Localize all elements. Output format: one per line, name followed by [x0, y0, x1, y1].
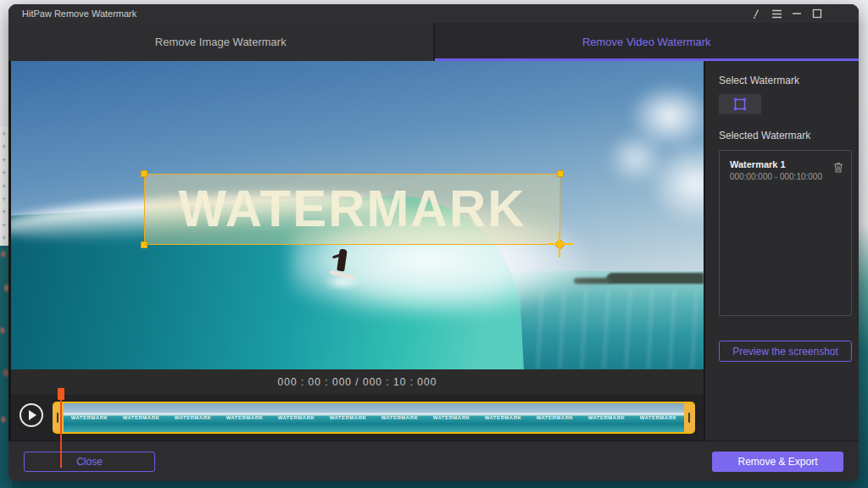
watermark-text: WATERMARK	[178, 183, 526, 235]
thumb-watermark-label: WATERMARK	[485, 415, 522, 420]
filmstrip-thumb[interactable]: WATERMARK	[581, 403, 632, 432]
selection-crosshair	[559, 232, 560, 258]
trim-handle-right[interactable]	[684, 403, 695, 432]
trash-icon[interactable]	[832, 161, 844, 174]
filmstrip-thumb[interactable]: WATERMARK	[632, 403, 684, 432]
filmstrip-thumb[interactable]: WATERMARK	[529, 403, 581, 432]
timecode-display: 000 : 00 : 000 / 000 : 10 : 000	[278, 376, 437, 388]
thumb-watermark-label: WATERMARK	[278, 415, 315, 420]
selection-handle-top-right[interactable]	[557, 170, 564, 177]
video-surfer	[326, 246, 360, 297]
app-window: HitPaw Remove Watermark Remove Image Wat…	[8, 4, 859, 481]
filmstrip[interactable]: WATERMARKWATERMARKWATERMARKWATERMARKWATE…	[53, 402, 695, 434]
thumb-watermark-label: WATERMARK	[381, 415, 419, 420]
transport-area: 000 : 00 : 000 / 000 : 10 : 000 WATERMAR…	[11, 369, 704, 441]
filmstrip-thumb[interactable]: WATERMARK	[322, 403, 374, 432]
tab-label: Remove Image Watermark	[155, 36, 287, 48]
thumb-watermark-label: WATERMARK	[537, 415, 574, 420]
timecode-bar: 000 : 00 : 000 / 000 : 10 : 000	[11, 369, 704, 395]
tab-label: Remove Video Watermark	[582, 36, 711, 48]
thumb-watermark-label: WATERMARK	[640, 415, 677, 420]
minimize-icon[interactable]	[791, 8, 803, 19]
titlebar-controls	[750, 8, 823, 19]
maximize-icon[interactable]	[811, 8, 823, 19]
select-watermark-label: Select Watermark	[719, 75, 850, 86]
selected-watermark-label: Selected Watermark	[719, 130, 850, 141]
trim-handle-left[interactable]	[53, 403, 64, 432]
filmstrip-thumb[interactable]: WATERMARK	[167, 403, 219, 432]
thumb-watermark-label: WATERMARK	[330, 415, 367, 420]
menu-icon[interactable]	[771, 8, 782, 19]
thumb-watermark-label: WATERMARK	[71, 415, 108, 420]
play-button[interactable]	[19, 403, 43, 427]
watermark-selection-box[interactable]: WATERMARK	[144, 174, 560, 245]
filmstrip-thumb[interactable]: WATERMARK	[115, 403, 167, 432]
filmstrip-thumb[interactable]: WATERMARK	[426, 403, 477, 432]
tab-remove-video-watermark[interactable]: Remove Video Watermark	[435, 23, 860, 61]
plus-mark: +	[2, 183, 8, 191]
play-icon	[29, 410, 36, 420]
tab-remove-image-watermark[interactable]: Remove Image Watermark	[8, 23, 435, 61]
export-button[interactable]: Remove & Export	[712, 452, 843, 472]
selection-handle-top-left[interactable]	[141, 170, 147, 177]
filmstrip-thumb[interactable]: WATERMARK	[270, 403, 322, 432]
selection-handle-bottom-left[interactable]	[141, 241, 147, 248]
video-column: WATERMARK 000 : 00 : 000 / 000 : 10 : 00…	[8, 61, 704, 441]
watermark-item-timerange: 000:00:000 - 000:10:000	[730, 172, 832, 181]
plus-mark: +	[2, 157, 8, 164]
selection-crosshair	[548, 243, 573, 245]
plus-mark: +	[2, 130, 8, 138]
filmstrip-thumb[interactable]: WATERMARK	[219, 403, 270, 432]
plus-mark: +	[2, 196, 8, 203]
video-land-silhouette	[606, 273, 704, 284]
thumb-watermark-label: WATERMARK	[123, 415, 160, 420]
tab-bar: Remove Image Watermark Remove Video Wate…	[8, 23, 859, 61]
filmstrip-thumb[interactable]: WATERMARK	[477, 403, 529, 432]
selected-watermark-panel: Watermark 1 000:00:000 - 000:10:000	[719, 150, 852, 316]
filmstrip-thumbnails: WATERMARKWATERMARKWATERMARKWATERMARKWATE…	[64, 403, 684, 432]
watermark-list-item[interactable]: Watermark 1 000:00:000 - 000:10:000	[730, 159, 844, 181]
filmstrip-thumb[interactable]: WATERMARK	[374, 403, 426, 432]
preview-screenshot-button[interactable]: Preview the screenshot	[719, 341, 852, 362]
marquee-select-button[interactable]	[719, 94, 761, 114]
titlebar: HitPaw Remove Watermark	[8, 4, 859, 23]
main-content: WATERMARK 000 : 00 : 000 / 000 : 10 : 00…	[8, 61, 859, 441]
plus-mark: +	[2, 169, 8, 177]
close-button[interactable]: Close	[24, 452, 155, 472]
filmstrip-thumb[interactable]: WATERMARK	[64, 403, 115, 432]
plus-mark: +	[2, 208, 8, 216]
thumb-watermark-label: WATERMARK	[226, 415, 264, 420]
plus-mark: +	[2, 143, 8, 151]
plus-mark: +	[2, 222, 8, 230]
footer-bar: Close Remove & Export	[8, 441, 859, 481]
marquee-select-icon	[732, 97, 748, 111]
window-title: HitPaw Remove Watermark	[22, 8, 750, 19]
plus-mark: +	[2, 235, 8, 242]
sidebar: Select Watermark Selected Watermark	[704, 61, 859, 441]
video-preview[interactable]: WATERMARK	[11, 61, 704, 369]
thumb-watermark-label: WATERMARK	[433, 415, 470, 420]
timeline[interactable]: WATERMARKWATERMARKWATERMARKWATERMARKWATE…	[11, 395, 704, 441]
background-plus-strip: +++++++++	[0, 127, 8, 246]
watermark-item-name: Watermark 1	[730, 159, 832, 169]
pen-icon[interactable]	[750, 8, 762, 19]
thumb-watermark-label: WATERMARK	[588, 415, 626, 420]
thumb-watermark-label: WATERMARK	[175, 415, 212, 420]
